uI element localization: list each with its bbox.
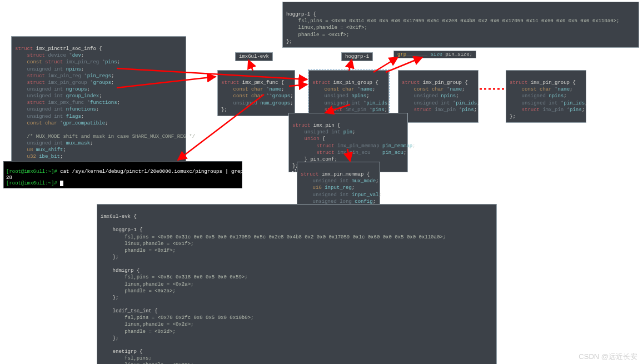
text: fsl,pins;	[101, 356, 152, 361]
terminal-box: [root@imx6ull:~]# cat /sys/kernel/debug/…	[3, 161, 242, 188]
code-line: unsigned int *pin_ids;	[510, 101, 587, 106]
code-line: struct imx_pin_group {	[510, 80, 576, 86]
text: enet1grp {	[101, 349, 143, 355]
dts-full-box: imx6ul-evk { hoggrp-1 { fsl,pins = <0x90…	[97, 204, 497, 364]
code-line: u8 mux_shift;	[15, 147, 66, 153]
code-line: struct imx_pin_memmap pin_memmap;	[292, 143, 415, 149]
code-line: struct imx_pin *pins;	[312, 107, 387, 113]
struct-soc-info: struct imx_pinctrl_soc_info { struct dev…	[11, 36, 186, 177]
code-line: const char *name;	[510, 87, 572, 92]
label-hoggrp-1: hoggrp-1	[341, 52, 373, 61]
code-line: const char **groups;	[221, 93, 293, 99]
watermark: CSDN @远近长安	[579, 352, 637, 362]
code-line: unsigned int flags;	[15, 114, 84, 119]
code-line: struct device *dev;	[15, 53, 84, 58]
code-line: u32 ibe_bit;	[15, 154, 63, 159]
code-line: union {	[292, 136, 325, 142]
text: hoggrp-1 {	[101, 227, 143, 233]
text: fsl,pins = <0x70 0x2fc 0x0 0x5 0x0 0x10b…	[101, 315, 253, 321]
text: linux,phandle = <0x1f>;	[101, 241, 193, 247]
code-line: struct imx_pin_reg *pin_regs;	[15, 73, 114, 79]
code-line: struct imx_pin_group {	[312, 80, 378, 86]
svg-line-5	[349, 59, 352, 71]
svg-line-2	[248, 60, 253, 71]
text: phandle = <0x1f>;	[101, 248, 176, 253]
text: imx6ul-evk {	[101, 214, 137, 220]
code-line: struct imx_pin {	[292, 123, 340, 128]
term-line: [root@imx6ull:~]# cat /sys/kernel/debug/…	[6, 169, 297, 174]
text: fsl,pins = <0x90 0x31c 0x0 0x5 0x0 0x170…	[101, 235, 446, 240]
text: lcdif_tsc_int {	[101, 308, 158, 314]
text: phandle = <0x1f>;	[286, 32, 349, 38]
text: hdmigrp {	[101, 268, 139, 273]
text: };	[101, 336, 118, 341]
code-line: u16 input_reg;	[301, 185, 355, 191]
dts-hoggrp-box: hoggrp-1 { fsl,pins = <0x90 0x31c 0x0 0x…	[282, 2, 639, 48]
code-line: struct imx_pin *pins;	[510, 107, 585, 113]
term-line: [root@imx6ull:~]#	[6, 181, 63, 186]
code-line: struct imx_pin_group {	[402, 80, 468, 86]
label-imx6ul-evk: imx6ul-evk	[235, 52, 273, 61]
text: };	[101, 295, 118, 301]
code-line: unsigned npins;	[312, 93, 370, 99]
text: };	[101, 255, 118, 260]
code-line: struct imx_pin *pins;	[402, 107, 477, 113]
code-line: unsigned int mux_mode;	[301, 178, 378, 184]
text: hoggrp-1 {	[286, 12, 316, 17]
code-line: unsigned npins;	[510, 93, 567, 99]
struct-pin-group-3: struct imx_pin_group { const char *name;…	[506, 70, 586, 123]
struct-pmx-func: struct imx_pmx_func { const char *name; …	[217, 70, 295, 116]
code-line: unsigned int group_index;	[15, 93, 102, 99]
annot-pinsize: pin_size;	[445, 52, 472, 57]
code-line: const char *name;	[221, 87, 284, 92]
code-line: struct imx_pmx_func *functions;	[15, 100, 120, 106]
text: linux,phandle = <0x2a>;	[101, 282, 193, 287]
code-line: unsigned int mux_mask;	[15, 141, 93, 146]
code-line: struct imx_pin_scu pin_scu;	[292, 150, 406, 156]
code-line: unsigned int ngroups;	[15, 87, 90, 92]
annot-size: size	[430, 52, 442, 57]
code-line: unsigned int npins;	[15, 67, 84, 72]
text: fsl,pins = <0x8c 0x318 0x0 0x5 0x0 0x59>…	[101, 275, 248, 280]
struct-pin-group-2: struct imx_pin_group { const char *name;…	[398, 70, 478, 123]
text: };	[286, 39, 292, 44]
code-line: };	[510, 114, 516, 119]
code-line: unsigned int *pin_ids;	[312, 101, 390, 106]
code-line: unsigned npins;	[402, 93, 459, 99]
code-line: const char *name;	[312, 87, 375, 92]
text: phandle = <0x2d>;	[101, 329, 176, 335]
code-line: struct imx_pin_group *groups;	[15, 80, 114, 86]
code-line: unsigned int pin;	[292, 129, 355, 135]
label-grp-annot: grp_______ size pin_size;	[393, 51, 476, 58]
code-line: unsigned num_groups;	[221, 101, 293, 106]
code-line: const char *name;	[402, 87, 465, 92]
code-line: const struct imx_pin_reg *pins;	[15, 59, 120, 65]
term-line: 28	[6, 175, 12, 181]
code-line: unsigned int input_val;	[301, 192, 382, 198]
code-line: struct imx_pin_memmap {	[301, 172, 370, 177]
text: linux,phandle = <0x2d>;	[101, 322, 193, 327]
text: linux,phandle = <0x1f>;	[286, 25, 367, 31]
annot-grp: grp	[397, 52, 406, 57]
text: phandle = <0x2a>;	[101, 288, 176, 294]
code-line: struct imx_pmx_func {	[221, 80, 284, 86]
code-line: struct imx_pinctrl_soc_info {	[15, 46, 102, 52]
code-line: /* MUX_MODE shift and mask in case SHARE…	[15, 134, 195, 139]
code-line: };	[221, 107, 227, 113]
code-line: unsigned int nfunctions;	[15, 107, 99, 112]
text: fsl,pins = <0x90 0x31c 0x0 0x5 0x0 0x170…	[286, 18, 620, 24]
code-line: unsigned int *pin_ids;	[402, 101, 480, 106]
code-line: const char *gpr_compatible;	[15, 121, 108, 126]
